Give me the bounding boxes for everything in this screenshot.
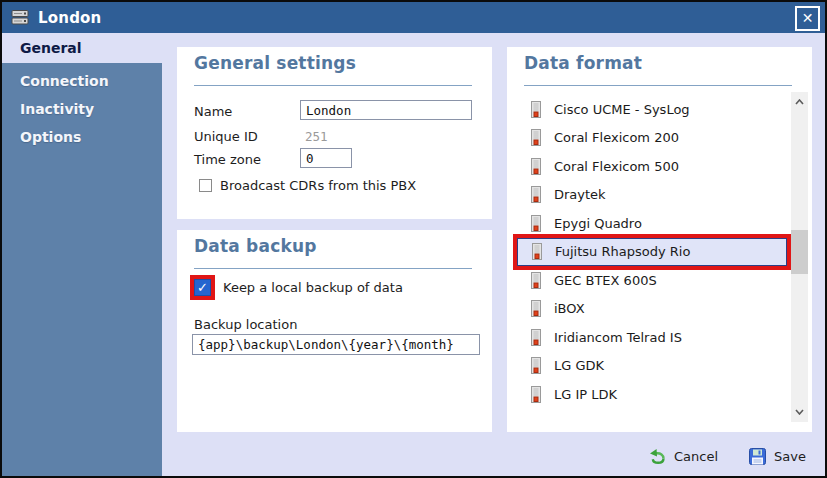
broadcast-cdrs-label: Broadcast CDRs from this PBX <box>220 178 416 193</box>
broadcast-cdrs-row: Broadcast CDRs from this PBX <box>199 178 416 193</box>
format-item[interactable]: Fujitsu Rhapsody Rio <box>517 238 787 267</box>
data-format-panel: Data format Cisco UCME - SysLog Coral Fl… <box>507 47 812 432</box>
keep-backup-label: Keep a local backup of data <box>223 280 403 295</box>
data-backup-title: Data backup <box>194 236 317 256</box>
pbx-device-icon <box>529 357 543 374</box>
format-item-label: Epygi Quadro <box>554 216 642 231</box>
format-item-label: Fujitsu Rhapsody Rio <box>555 244 690 259</box>
format-item[interactable]: Iridiancom Telrad IS <box>517 323 787 352</box>
broadcast-cdrs-checkbox[interactable] <box>199 179 212 192</box>
sidebar-item-label: General <box>2 40 82 56</box>
format-item-label: Coral Flexicom 200 <box>554 130 679 145</box>
data-format-title: Data format <box>524 53 642 73</box>
scroll-down-icon[interactable] <box>791 404 808 420</box>
sidebar: ConnectionInactivityOptions <box>2 63 162 476</box>
time-zone-label: Time zone <box>194 152 261 167</box>
pbx-device-icon <box>529 386 543 403</box>
pbx-device-icon <box>529 329 543 346</box>
pbx-device-icon <box>529 129 543 146</box>
format-item[interactable]: iBOX <box>517 295 787 324</box>
backup-location-input[interactable] <box>192 334 480 355</box>
pbx-window-icon <box>11 10 29 25</box>
format-item[interactable]: GEC BTEX 600S <box>517 266 787 295</box>
format-item-label: Cisco UCME - SysLog <box>554 102 690 117</box>
sidebar-item-general[interactable]: General <box>2 33 162 63</box>
save-disk-icon <box>749 448 766 465</box>
pbx-device-icon <box>529 158 543 175</box>
format-item-label: Coral Flexicom 500 <box>554 159 679 174</box>
format-item-label: LG IP LDK <box>554 387 617 402</box>
general-settings-title: General settings <box>194 53 356 73</box>
format-item-label: LG GDK <box>554 358 604 373</box>
unique-id-value: 251 <box>305 129 328 144</box>
format-item[interactable]: Epygi Quadro <box>517 209 787 238</box>
time-zone-input[interactable] <box>300 148 352 168</box>
name-label: Name <box>194 104 232 119</box>
divider <box>194 85 472 86</box>
format-item-label: Iridiancom Telrad IS <box>554 330 682 345</box>
format-item-label: Draytek <box>554 187 606 202</box>
cancel-label: Cancel <box>674 449 718 464</box>
format-item-label: GEC BTEX 600S <box>554 273 657 288</box>
scrollbar-thumb[interactable] <box>791 230 808 274</box>
keep-backup-row: ✓ Keep a local backup of data <box>190 275 403 300</box>
data-format-list: Cisco UCME - SysLog Coral Flexicom 200 C… <box>517 95 787 409</box>
scrollbar[interactable] <box>791 92 808 422</box>
close-button[interactable]: ✕ <box>795 6 820 31</box>
sidebar-item-label: Inactivity <box>2 101 94 117</box>
save-button[interactable]: Save <box>749 448 806 465</box>
backup-location-label: Backup location <box>194 317 297 332</box>
divider <box>524 85 792 86</box>
cancel-undo-icon <box>648 448 666 464</box>
general-settings-panel: General settings Name Unique ID 251 Time… <box>177 47 492 219</box>
format-item[interactable]: Coral Flexicom 500 <box>517 152 787 181</box>
sidebar-item-inactivity[interactable]: Inactivity <box>2 95 162 123</box>
scroll-up-icon[interactable] <box>791 94 808 110</box>
save-label: Save <box>774 449 806 464</box>
keep-backup-checkbox[interactable]: ✓ <box>194 279 211 296</box>
divider <box>194 268 472 269</box>
sidebar-item-label: Connection <box>2 73 109 89</box>
format-item[interactable]: Cisco UCME - SysLog <box>517 95 787 124</box>
data-backup-panel: Data backup ✓ Keep a local backup of dat… <box>177 230 492 432</box>
pbx-device-icon <box>529 300 543 317</box>
sidebar-item-options[interactable]: Options <box>2 123 162 151</box>
red-highlight-box: ✓ <box>190 275 215 300</box>
format-item[interactable]: LG IP LDK <box>517 380 787 409</box>
sidebar-item-label: Options <box>2 129 81 145</box>
name-input[interactable] <box>300 100 472 120</box>
title-bar: London ✕ <box>2 2 825 33</box>
pbx-device-icon <box>530 243 544 260</box>
unique-id-label: Unique ID <box>194 129 258 144</box>
pbx-device-icon <box>529 186 543 203</box>
cancel-button[interactable]: Cancel <box>648 448 718 464</box>
sidebar-item-connection[interactable]: Connection <box>2 67 162 95</box>
pbx-device-icon <box>529 272 543 289</box>
format-item[interactable]: Draytek <box>517 181 787 210</box>
pbx-device-icon <box>529 215 543 232</box>
format-item[interactable]: Coral Flexicom 200 <box>517 124 787 153</box>
pbx-device-icon <box>529 101 543 118</box>
pbx-settings-dialog: London ✕ General ConnectionInactivityOpt… <box>0 0 827 478</box>
format-item-label: iBOX <box>554 301 585 316</box>
format-item[interactable]: LG GDK <box>517 352 787 381</box>
window-title: London <box>38 9 101 27</box>
